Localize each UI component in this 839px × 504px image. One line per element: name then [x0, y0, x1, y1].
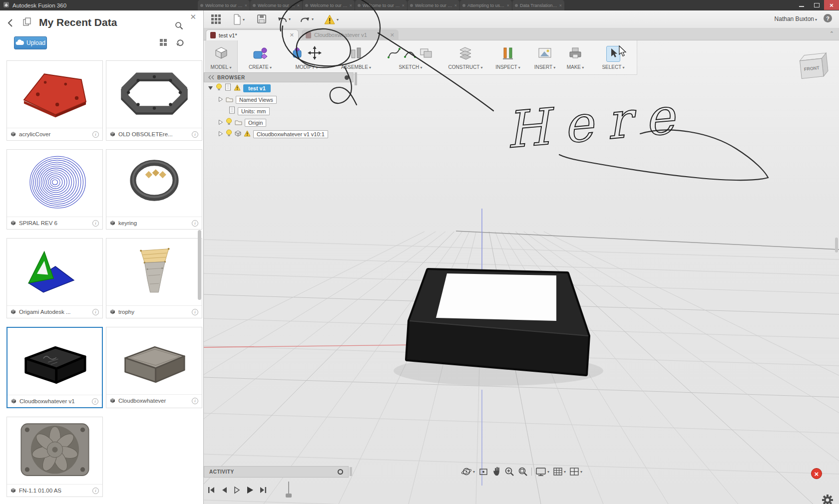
- info-icon[interactable]: [92, 488, 99, 494]
- browser-tab[interactable]: Welcome to our Forums×: [355, 0, 407, 10]
- tree-row-root[interactable]: test v1: [204, 82, 354, 94]
- restore-button[interactable]: [809, 0, 824, 10]
- skip-to-start-icon[interactable]: [207, 486, 216, 497]
- doc-tab-active[interactable]: test v1* ✕: [206, 29, 299, 40]
- close-button[interactable]: [824, 0, 839, 10]
- fit-icon[interactable]: [518, 467, 528, 477]
- tree-label[interactable]: Cloudboxwhatever v1 v10:1: [253, 130, 328, 138]
- data-item-card[interactable]: FN-1.1 01.00 AS: [6, 417, 103, 497]
- ribbon-assemble-menu[interactable]: ASSEMBLE: [341, 40, 372, 74]
- timeline-marker[interactable]: [285, 482, 293, 501]
- look-at-icon[interactable]: [478, 467, 488, 477]
- browser-tab[interactable]: Welcome to our Forums×: [408, 0, 459, 10]
- visibility-bulb-icon[interactable]: [226, 129, 232, 139]
- tab-close-icon[interactable]: ×: [402, 3, 405, 8]
- activity-record-icon[interactable]: [338, 469, 343, 475]
- visibility-bulb-icon[interactable]: [226, 118, 232, 127]
- settings-gear-icon[interactable]: [822, 495, 833, 504]
- browser-tab[interactable]: Welcome to our Forums×: [250, 0, 302, 10]
- ribbon-modify-menu[interactable]: MODIFY: [286, 40, 328, 74]
- tree-row[interactable]: Named Views: [204, 94, 354, 105]
- skip-to-end-icon[interactable]: [259, 486, 268, 497]
- step-back-icon[interactable]: [220, 486, 228, 497]
- panel-scrollbar[interactable]: [198, 230, 201, 300]
- activity-bar[interactable]: ACTIVITY: [204, 466, 349, 478]
- tree-label[interactable]: Origin: [245, 119, 266, 127]
- search-icon[interactable]: [175, 21, 183, 32]
- panel-close-icon[interactable]: ✕: [190, 12, 196, 21]
- ribbon-inspect-menu[interactable]: INSPECT: [491, 40, 524, 74]
- grid-snap-icon[interactable]: ▾: [553, 467, 566, 477]
- data-item-card[interactable]: SPIRAL REV 6: [6, 149, 103, 230]
- app-grid-menu-icon[interactable]: [211, 14, 221, 24]
- back-icon[interactable]: [7, 18, 14, 29]
- activity-scroll-nub[interactable]: [350, 467, 352, 476]
- tree-label[interactable]: Named Views: [236, 96, 277, 104]
- tree-row[interactable]: Units: mm: [204, 105, 354, 117]
- zoom-icon[interactable]: [504, 467, 514, 477]
- refresh-icon[interactable]: [176, 38, 184, 49]
- browser-tab[interactable]: Attempting to use Fusion×: [460, 0, 512, 10]
- info-icon[interactable]: [192, 220, 198, 227]
- info-icon[interactable]: [92, 131, 99, 138]
- viewport[interactable]: MODEL CREATE: [204, 40, 839, 504]
- info-icon[interactable]: [92, 398, 98, 405]
- viewcube[interactable]: FRONT: [794, 49, 833, 85]
- browser-tab[interactable]: Welcome to our Forums×: [303, 0, 355, 10]
- documents-icon[interactable]: [23, 17, 32, 28]
- tree-row[interactable]: Origin: [204, 117, 354, 128]
- tab-close-icon[interactable]: ×: [559, 3, 562, 8]
- grid-view-icon[interactable]: [159, 38, 167, 48]
- data-item-card-selected[interactable]: Cloudboxwhatever v1: [6, 327, 103, 408]
- browser-tab[interactable]: Data Translation - Issues×: [512, 0, 564, 10]
- orbit-icon[interactable]: ▾: [461, 467, 475, 477]
- data-item-card[interactable]: Cloudboxwhatever: [106, 327, 202, 408]
- help-icon[interactable]: [824, 14, 832, 22]
- ribbon-create-menu[interactable]: CREATE: [246, 40, 275, 74]
- minimize-button[interactable]: [794, 0, 809, 10]
- visibility-bulb-icon[interactable]: [216, 83, 222, 93]
- new-file-icon[interactable]: ▾: [233, 14, 245, 25]
- play-outline-icon[interactable]: [233, 486, 241, 497]
- data-item-card[interactable]: trophy: [106, 238, 202, 318]
- info-icon[interactable]: [192, 398, 198, 404]
- data-item-card[interactable]: OLD OBSOLETEre...: [106, 60, 202, 141]
- info-icon[interactable]: [192, 309, 198, 315]
- tree-row[interactable]: Cloudboxwhatever v1 v10:1: [204, 128, 354, 140]
- chevron-right-icon[interactable]: [218, 95, 223, 104]
- doc-tab-close-icon[interactable]: ✕: [290, 32, 294, 38]
- save-icon[interactable]: [257, 14, 267, 24]
- tab-close-icon[interactable]: ×: [350, 3, 352, 8]
- tab-close-icon[interactable]: ×: [297, 3, 300, 8]
- play-icon[interactable]: [245, 485, 254, 497]
- chevron-right-icon[interactable]: [218, 130, 223, 139]
- undo-icon[interactable]: ▾: [277, 14, 291, 24]
- ribbon-make-menu[interactable]: MAKE: [563, 40, 587, 74]
- error-close-icon[interactable]: [811, 468, 822, 479]
- pan-hand-icon[interactable]: [492, 467, 501, 477]
- notifications-warning-icon[interactable]: ▾: [324, 14, 339, 25]
- ribbon-construct-menu[interactable]: CONSTRUCT: [447, 40, 483, 74]
- browser-panel-header[interactable]: BROWSER: [204, 72, 354, 82]
- expanded-arrow-icon[interactable]: [208, 84, 213, 93]
- display-settings-icon[interactable]: ▾: [535, 467, 549, 477]
- doc-tab-inactive[interactable]: Cloudboxwhatever v1 ✕: [302, 29, 399, 40]
- tree-label[interactable]: Units: mm: [238, 107, 270, 115]
- ribbon-sketch-menu[interactable]: SKETCH: [385, 40, 436, 74]
- data-item-card[interactable]: keyring: [106, 149, 202, 230]
- ribbon-insert-menu[interactable]: INSERT: [531, 40, 558, 74]
- ribbon-select-menu[interactable]: SELECT: [599, 40, 627, 74]
- tab-close-icon[interactable]: ×: [454, 3, 457, 8]
- upload-button[interactable]: Upload: [14, 36, 47, 49]
- info-icon[interactable]: [92, 309, 99, 315]
- chevron-right-icon[interactable]: [218, 118, 223, 127]
- tab-close-icon[interactable]: ×: [245, 3, 247, 8]
- data-item-card[interactable]: acrylicCover: [6, 60, 103, 141]
- ribbon-model-menu[interactable]: MODEL: [205, 40, 238, 74]
- viewport-edge-handle[interactable]: [835, 238, 838, 252]
- tree-label-selected[interactable]: test v1: [243, 84, 271, 92]
- collapse-panel-icon[interactable]: [208, 73, 214, 82]
- browser-tab[interactable]: Welcome to our Forums×: [198, 0, 250, 10]
- collapse-tabs-icon[interactable]: ⌃: [830, 30, 834, 37]
- browser-scrollbar[interactable]: [355, 72, 357, 85]
